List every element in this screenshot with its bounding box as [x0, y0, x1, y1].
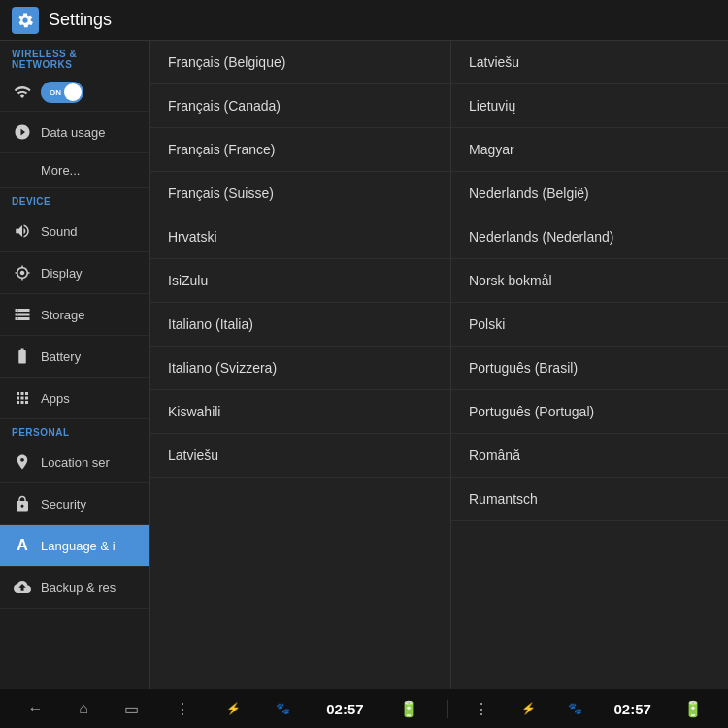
display-icon — [12, 262, 33, 283]
location-label: Location ser — [41, 455, 110, 470]
list-item[interactable]: Norsk bokmål — [451, 259, 728, 303]
section-header-personal: PERSONAL — [0, 419, 149, 442]
right-language-list: Latviešu Lietuvių Magyar Nederlands (Bel… — [451, 41, 728, 689]
sidebar-item-display[interactable]: Display — [0, 252, 149, 294]
list-item[interactable]: Français (France) — [150, 128, 450, 172]
list-item[interactable]: Hrvatski — [150, 215, 450, 259]
signal-icon-right: 🐾 — [568, 702, 582, 715]
backup-label: Backup & res — [41, 580, 116, 595]
sidebar-item-wifi[interactable]: ON — [0, 74, 149, 112]
sidebar-item-battery[interactable]: Battery — [0, 336, 149, 378]
apps-icon — [12, 387, 33, 409]
battery-icon-left: 🔋 — [399, 700, 418, 718]
list-item[interactable]: Magyar — [451, 128, 728, 172]
storage-label: Storage — [41, 308, 85, 322]
list-item[interactable]: Nederlands (België) — [451, 172, 728, 215]
backup-icon — [12, 577, 33, 598]
wifi-icon — [12, 82, 33, 103]
list-item[interactable]: Italiano (Italia) — [150, 303, 450, 347]
home-icon[interactable]: ⌂ — [79, 700, 88, 717]
sound-icon — [12, 220, 33, 242]
list-item[interactable]: Français (Suisse) — [150, 172, 450, 215]
list-item[interactable]: Rumantsch — [451, 478, 728, 521]
storage-icon — [12, 304, 33, 325]
language-label: Language & i — [41, 539, 116, 553]
settings-app-icon — [12, 7, 39, 34]
list-item[interactable]: Português (Portugal) — [451, 390, 728, 434]
menu-icon[interactable]: ⋮ — [175, 700, 190, 718]
sidebar-item-sound[interactable]: Sound — [0, 211, 149, 252]
sidebar-item-location[interactable]: Location ser — [0, 442, 149, 483]
sound-label: Sound — [41, 224, 78, 239]
sidebar-item-backup[interactable]: Backup & res — [0, 567, 149, 609]
sidebar: WIRELESS &NETWORKS ON Data usage — [0, 41, 150, 689]
time-right: 02:57 — [614, 701, 651, 717]
language-icon: A — [12, 535, 33, 556]
recents-icon[interactable]: ▭ — [124, 700, 139, 718]
list-item[interactable]: IsiZulu — [150, 259, 450, 303]
data-usage-icon — [12, 121, 33, 143]
battery-label: Battery — [41, 349, 81, 364]
security-icon — [12, 493, 33, 514]
apps-label: Apps — [41, 391, 70, 406]
display-label: Display — [41, 266, 83, 281]
list-item[interactable]: Italiano (Svizzera) — [150, 347, 450, 390]
back-icon[interactable]: ← — [27, 700, 43, 717]
sidebar-item-storage[interactable]: Storage — [0, 294, 149, 336]
list-item[interactable]: Latviešu — [451, 41, 728, 84]
sidebar-item-security[interactable]: Security — [0, 483, 149, 525]
main-content: WIRELESS &NETWORKS ON Data usage — [0, 41, 728, 689]
battery-icon — [12, 346, 33, 367]
wifi-toggle[interactable]: ON — [41, 82, 83, 103]
signal-icon-left: 🐾 — [276, 702, 290, 715]
list-item[interactable]: Nederlands (Nederland) — [451, 215, 728, 259]
nav-bar: ← ⌂ ▭ ⋮ ⚡ 🐾 02:57 🔋 ⋮ ⚡ 🐾 02:57 🔋 — [0, 689, 728, 728]
sidebar-item-language[interactable]: A Language & i — [0, 525, 149, 567]
section-header-wireless: WIRELESS &NETWORKS — [0, 41, 149, 74]
sidebar-item-more[interactable]: More... — [0, 153, 149, 188]
list-item[interactable]: Latviešu — [150, 434, 450, 478]
center-language-list: Français (Belgique) Français (Canada) Fr… — [150, 41, 451, 689]
section-header-device: DEVICE — [0, 188, 149, 211]
sidebar-item-data-usage[interactable]: Data usage — [0, 112, 149, 153]
list-item[interactable]: Polski — [451, 303, 728, 347]
list-item[interactable]: Kiswahili — [150, 390, 450, 434]
data-usage-label: Data usage — [41, 125, 106, 140]
title-bar: Settings — [0, 0, 728, 41]
list-item[interactable]: Français (Belgique) — [150, 41, 450, 84]
nav-bar-right: ⋮ ⚡ 🐾 02:57 🔋 — [447, 700, 728, 718]
menu-icon-right[interactable]: ⋮ — [474, 700, 489, 718]
page-title: Settings — [49, 10, 112, 30]
location-icon — [12, 451, 33, 473]
list-item[interactable]: Română — [451, 434, 728, 478]
list-item[interactable]: Français (Canada) — [150, 84, 450, 128]
list-item[interactable]: Português (Brasil) — [451, 347, 728, 390]
more-label: More... — [41, 163, 80, 178]
usb-icon-left: ⚡ — [226, 702, 241, 715]
list-item[interactable]: Lietuvių — [451, 84, 728, 128]
usb-icon-right: ⚡ — [521, 702, 536, 715]
security-label: Security — [41, 497, 86, 512]
battery-icon-right: 🔋 — [683, 700, 703, 718]
toggle-knob — [64, 83, 82, 101]
time-left: 02:57 — [326, 701, 363, 717]
nav-bar-left: ← ⌂ ▭ ⋮ ⚡ 🐾 02:57 🔋 — [0, 700, 447, 718]
sidebar-item-apps[interactable]: Apps — [0, 378, 149, 419]
